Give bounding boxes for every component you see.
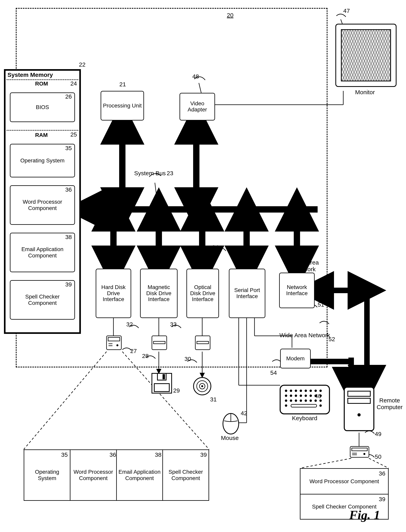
- ref-hdi: 32: [126, 321, 133, 328]
- processing-unit: Processing Unit: [101, 91, 144, 120]
- ref-cpu: 21: [119, 81, 126, 88]
- svg-point-54: [295, 390, 297, 392]
- hd-wp-label: Word Processor Component: [72, 469, 114, 481]
- ref-video: 48: [192, 73, 199, 80]
- serial-port-interface: Serial Port Interface: [229, 269, 265, 318]
- svg-point-62: [295, 395, 297, 397]
- ref-hd-sp: 39: [200, 451, 207, 458]
- ram-label: RAM: [35, 132, 48, 138]
- svg-point-56: [304, 390, 307, 392]
- ref-ram-em: 38: [65, 234, 72, 240]
- svg-rect-42: [154, 384, 169, 391]
- svg-point-65: [310, 395, 312, 397]
- network-interface: Network Interface: [279, 273, 315, 308]
- svg-point-77: [319, 405, 322, 407]
- lan-label: Local Area Network: [279, 259, 330, 273]
- ref-floppy-drive: 28: [142, 353, 149, 359]
- svg-rect-79: [344, 387, 374, 431]
- svg-point-52: [285, 390, 287, 392]
- ref-remote-sp: 39: [379, 496, 385, 502]
- svg-point-87: [363, 453, 365, 455]
- svg-point-68: [285, 399, 287, 402]
- bios-label: BIOS: [36, 104, 49, 110]
- hd-os-label: Operating System: [26, 469, 68, 481]
- svg-point-63: [300, 395, 302, 397]
- svg-point-69: [290, 399, 292, 402]
- svg-point-73: [310, 399, 312, 402]
- system-bus-label: System Bus: [134, 170, 166, 177]
- ref-floppy-disk: 29: [173, 387, 180, 394]
- ref-ram: 25: [70, 131, 77, 138]
- figure-label: Fig. 1: [349, 508, 380, 522]
- ram-em-label: Email Application Component: [12, 246, 72, 259]
- ref-hd-em: 38: [155, 451, 161, 458]
- hard-disk-contents: Operating System Word Processor Componen…: [24, 450, 209, 501]
- ref-ram-os: 35: [65, 145, 72, 151]
- svg-point-64: [304, 395, 307, 397]
- svg-point-76: [285, 405, 287, 407]
- svg-point-57: [310, 390, 312, 392]
- svg-point-48: [201, 385, 203, 387]
- svg-rect-81: [348, 398, 370, 403]
- hd-wp: Word Processor Component: [70, 450, 116, 500]
- ref-monitor: 47: [343, 7, 350, 14]
- ref-remote-hd: 50: [375, 453, 381, 460]
- ref-nic: 53: [292, 248, 298, 255]
- system-memory: System Memory ROM 24 BIOS 26 RAM 25 Oper…: [4, 69, 81, 334]
- hard-disk-drive-interface: Hard Disk Drive Interface: [96, 269, 131, 318]
- processing-unit-label: Processing Unit: [103, 103, 142, 109]
- ref-modem: 54: [270, 369, 277, 376]
- svg-point-55: [300, 390, 302, 392]
- video-adapter: Video Adapter: [180, 93, 215, 120]
- ref-lan: 51: [318, 301, 324, 308]
- keyboard-label: Keyboard: [292, 415, 317, 422]
- ref-ram-sp: 39: [65, 281, 72, 288]
- svg-rect-39: [152, 373, 172, 393]
- hd-em-label: Email Application Component: [118, 469, 161, 481]
- svg-point-53: [290, 390, 292, 392]
- ref-remote: 49: [375, 431, 381, 437]
- ref-keyboard: 40: [315, 393, 321, 399]
- svg-point-70: [295, 399, 297, 402]
- ref-mouse: 42: [241, 410, 247, 417]
- mdi-label: Magnetic Disk Drive Interface: [142, 284, 176, 302]
- monitor-label: Monitor: [355, 89, 375, 96]
- hd-sp-label: Spell Checker Component: [165, 469, 207, 481]
- svg-rect-40: [157, 373, 166, 380]
- spi-label: Serial Port Interface: [231, 287, 264, 300]
- ref-wan: 52: [328, 336, 335, 343]
- wan-label: Wide Area Network: [279, 332, 330, 339]
- optical-disk-drive-interface: Optical Disk Drive Interface: [186, 269, 219, 318]
- svg-point-72: [304, 399, 307, 402]
- ref-hd-wp: 36: [109, 451, 116, 458]
- ref-ram-wp: 36: [65, 186, 72, 193]
- svg-point-58: [314, 390, 317, 392]
- svg-rect-78: [291, 405, 317, 407]
- remote-computer-label: Remote Computer: [375, 397, 404, 411]
- svg-point-45: [194, 377, 211, 395]
- svg-point-47: [199, 383, 205, 389]
- ref-hd-os: 35: [61, 451, 68, 458]
- ref-computer: 20: [227, 12, 233, 19]
- svg-rect-51: [280, 385, 329, 414]
- monitor-screen: [341, 29, 391, 81]
- svg-point-59: [319, 390, 322, 392]
- svg-point-74: [314, 399, 317, 402]
- magnetic-disk-drive-interface: Magnetic Disk Drive Interface: [140, 269, 178, 318]
- svg-rect-83: [350, 446, 369, 457]
- ref-odi: 34: [212, 244, 218, 251]
- ref-spi: 46: [233, 245, 239, 252]
- svg-rect-41: [163, 374, 165, 379]
- odi-label: Optical Disk Drive Interface: [188, 284, 217, 302]
- mouse-label: Mouse: [221, 435, 239, 441]
- ram-os-label: Operating System: [20, 157, 65, 164]
- ref-cd: 31: [210, 396, 217, 403]
- ref-bus: 23: [167, 170, 173, 177]
- remote-hd-wp-label: Word Processor Component: [310, 478, 379, 485]
- ref-bios: 26: [65, 93, 72, 100]
- remote-hd-wp: Word Processor Component: [300, 469, 388, 494]
- video-adapter-label: Video Adapter: [181, 101, 213, 113]
- hdi-label: Hard Disk Drive Interface: [97, 284, 130, 302]
- svg-rect-80: [348, 391, 370, 396]
- ram-wp-label: Word Processor Component: [12, 199, 72, 211]
